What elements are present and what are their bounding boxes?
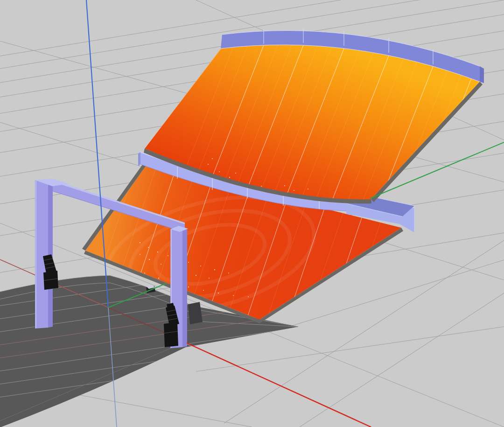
edge-beam-end-cap: [138, 152, 140, 166]
right-post-side: [182, 228, 187, 347]
sub-box-right[interactable]: [164, 322, 178, 347]
left-post-side: [48, 179, 53, 328]
viewport-3d[interactable]: [0, 0, 504, 427]
fascia-band-side: [480, 66, 484, 83]
viewport-canvas[interactable]: [0, 0, 504, 427]
left-post[interactable]: [35, 180, 48, 329]
